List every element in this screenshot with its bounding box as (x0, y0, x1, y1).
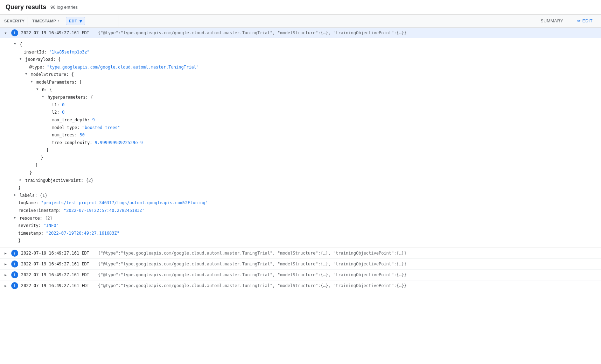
triangle-down-icon (4, 31, 7, 35)
json-line: severity: "INFO" (14, 222, 598, 230)
json-line: modelParameters: [ (14, 79, 598, 86)
json-line: hyperparameters: { (14, 94, 598, 101)
pencil-icon (577, 19, 581, 23)
json-line: num_trees: 50 (14, 131, 598, 139)
log-timestamp: 2022-07-19 16:49:27.161 EDT (21, 251, 98, 256)
log-detail-panel: { insertId: "1kw85sefmp1o3z" jsonPayload… (0, 38, 601, 248)
page-title: Query results (6, 3, 46, 11)
json-line: } (14, 169, 598, 177)
log-summary: {"@type":"type.googleapis.com/google.clo… (98, 272, 601, 277)
severity-info-badge: i (11, 282, 18, 289)
log-summary: {"@type":"type.googleapis.com/google.clo… (98, 283, 601, 288)
expanded-log-row[interactable]: i 2022-07-19 16:49:27.161 EDT {"@type":"… (0, 28, 601, 38)
collapsed-log-row[interactable]: ► i 2022-07-19 16:49:27.161 EDT {"@type"… (0, 259, 601, 270)
edt-dropdown-button[interactable]: EDT (66, 17, 85, 25)
expand-icon[interactable] (14, 192, 18, 198)
log-timestamp: 2022-07-19 16:49:27.161 EDT (21, 283, 98, 288)
log-count: 96 log entries (50, 5, 78, 10)
sort-asc-icon: ↑ (57, 19, 62, 23)
expand-icon[interactable] (20, 56, 24, 62)
timestamp-column-header: TIMESTAMP ↑ EDT (28, 15, 119, 27)
expand-button[interactable]: ► (0, 273, 11, 277)
collapsed-rows: ► i 2022-07-19 16:49:27.161 EDT {"@type"… (0, 248, 601, 291)
json-line: model_type: "boosted_trees" (14, 124, 598, 132)
json-line: modelStructure: { (14, 71, 598, 79)
expand-icon[interactable] (25, 71, 29, 77)
json-line: jsonPayload: { (14, 56, 598, 64)
json-line: } (14, 154, 598, 162)
query-results-header: Query results 96 log entries (0, 0, 601, 15)
json-line: 0: { (14, 86, 598, 94)
collapsed-log-row[interactable]: ► i 2022-07-19 16:49:27.161 EDT {"@type"… (0, 270, 601, 280)
json-line: tree_complexity: 9.99999993922529e-9 (14, 139, 598, 147)
triangle-right-icon: ► (4, 262, 7, 266)
json-line: { (14, 41, 598, 49)
json-line: @type: "type.googleapis.com/google.cloud… (14, 64, 598, 71)
log-timestamp: 2022-07-19 16:49:27.161 EDT (21, 272, 98, 277)
json-line: trainingObjectivePoint: {2} (14, 177, 598, 185)
json-line: logName: "projects/test-project-346317/l… (14, 199, 598, 207)
triangle-right-icon: ► (4, 284, 7, 288)
json-line: l2: 0 (14, 109, 598, 116)
severity-info-badge: i (11, 250, 18, 257)
log-timestamp: 2022-07-19 16:49:27.161 EDT (21, 30, 98, 35)
triangle-right-icon: ► (4, 251, 7, 255)
expand-icon[interactable] (42, 94, 46, 99)
json-line: } (14, 147, 598, 154)
log-summary: {"@type":"type.googleapis.com/google.clo… (98, 30, 601, 35)
json-line: ] (14, 162, 598, 170)
collapsed-log-row[interactable]: ► i 2022-07-19 16:49:27.161 EDT {"@type"… (0, 280, 601, 291)
severity-info-badge: i (11, 271, 18, 278)
expand-icon[interactable] (20, 177, 24, 183)
collapse-button[interactable] (0, 31, 11, 35)
summary-tab[interactable]: SUMMARY (537, 16, 568, 26)
toolbar: SEVERITY TIMESTAMP ↑ EDT SUMMARY EDIT (0, 15, 601, 28)
log-table: i 2022-07-19 16:49:27.161 EDT {"@type":"… (0, 28, 601, 291)
json-line: insertId: "1kw85sefmp1o3z" (14, 49, 598, 56)
json-line: max_tree_depth: 9 (14, 116, 598, 124)
expand-button[interactable]: ► (0, 262, 11, 266)
chevron-down-icon (79, 18, 82, 24)
severity-info-badge: i (11, 260, 18, 267)
json-line: } (14, 184, 598, 192)
expand-icon[interactable] (31, 79, 35, 84)
json-line: labels: {1} (14, 192, 598, 200)
expand-icon[interactable] (36, 86, 41, 92)
json-line: receiveTimestamp: "2022-07-19T22:57:40.2… (14, 207, 598, 215)
json-line: } (14, 237, 598, 245)
edit-button[interactable]: EDIT (573, 16, 597, 26)
log-timestamp: 2022-07-19 16:49:27.161 EDT (21, 262, 98, 266)
expand-icon[interactable] (14, 41, 18, 47)
expand-icon[interactable] (14, 215, 18, 220)
json-line: timestamp: "2022-07-19T20:49:27.161683Z" (14, 230, 598, 237)
severity-column-header: SEVERITY (0, 17, 28, 25)
collapsed-log-row[interactable]: ► i 2022-07-19 16:49:27.161 EDT {"@type"… (0, 248, 601, 259)
severity-info-badge: i (11, 29, 18, 36)
json-line: resource: {2} (14, 215, 598, 222)
log-summary: {"@type":"type.googleapis.com/google.clo… (98, 262, 601, 266)
log-summary: {"@type":"type.googleapis.com/google.clo… (98, 251, 601, 256)
expand-button[interactable]: ► (0, 251, 11, 255)
json-line: l1: 0 (14, 101, 598, 109)
triangle-right-icon: ► (4, 273, 7, 277)
expand-button[interactable]: ► (0, 284, 11, 288)
